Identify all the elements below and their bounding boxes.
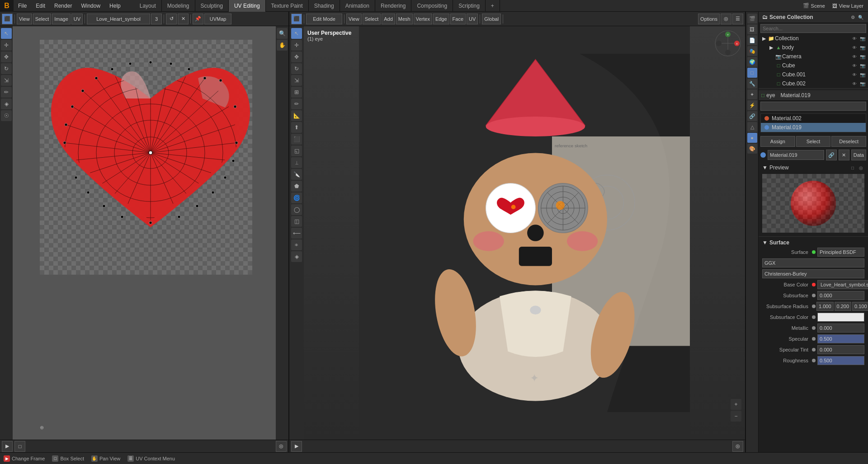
uv-select-btn[interactable]: Select <box>33 14 52 24</box>
cube001-render-icon[interactable]: 📷 <box>859 71 866 78</box>
outliner-search-input[interactable] <box>760 24 866 33</box>
props-object-icon[interactable]: □ <box>747 68 757 78</box>
vp-mesh-btn[interactable]: Mesh <box>396 14 413 24</box>
tool-select[interactable]: ↖ <box>1 28 12 39</box>
vp-tool-transform[interactable]: ⊞ <box>291 87 302 98</box>
tab-shading[interactable]: Shading <box>309 0 340 12</box>
vp-xray-btn[interactable]: ☰ <box>732 14 743 24</box>
assign-button[interactable]: Assign <box>760 136 795 147</box>
body-render-icon[interactable]: 📷 <box>859 44 866 51</box>
vp-tool-smooth[interactable]: ◯ <box>291 204 302 215</box>
tool-annotate[interactable]: ✏ <box>1 87 12 98</box>
uv-hand-btn[interactable]: ✋ <box>277 40 288 51</box>
uv-bottom-overlay[interactable]: ◎ <box>276 441 287 452</box>
props-material-icon[interactable]: ● <box>747 133 757 143</box>
tool-move[interactable]: ✥ <box>1 52 12 62</box>
props-render-icon[interactable]: 🎬 <box>747 14 757 23</box>
vp-vertex-btn[interactable]: Vertex <box>414 14 432 24</box>
menu-file[interactable]: File <box>14 0 31 12</box>
props-physics-icon[interactable]: ⚡ <box>747 100 757 110</box>
tool-rip[interactable]: ◈ <box>1 98 12 109</box>
menu-edit[interactable]: Edit <box>31 0 50 12</box>
vp-add-btn[interactable]: Add <box>382 14 395 24</box>
cube002-render-icon[interactable]: 📷 <box>859 80 866 87</box>
tree-item-body[interactable]: ▶ ▲ body 👁 📷 <box>759 43 868 52</box>
surface-type-value[interactable]: Principled BSDF <box>817 248 864 257</box>
uv-num-btn[interactable]: 3 <box>151 14 162 24</box>
uv-uv-btn[interactable]: UV <box>71 14 83 24</box>
vp-zoom-in[interactable]: + <box>731 399 741 410</box>
uv-image-picker[interactable]: Love_Heart_symbol <box>87 14 150 24</box>
deselect-material-button[interactable]: Deselect <box>831 136 866 147</box>
tree-item-camera[interactable]: 📷 Camera 👁 📷 <box>759 52 868 61</box>
tool-scale[interactable]: ⇲ <box>1 75 12 86</box>
tab-scripting[interactable]: Scripting <box>453 0 486 12</box>
vp-options-btn[interactable]: Options <box>698 14 720 24</box>
camera-render-icon[interactable]: 📷 <box>859 53 866 60</box>
uv-image-btn[interactable]: Image <box>52 14 71 24</box>
vp-zoom-out[interactable]: − <box>731 411 741 422</box>
menu-window[interactable]: Window <box>76 0 105 12</box>
tree-item-cube002[interactable]: □ Cube.002 👁 📷 <box>759 79 868 88</box>
props-view-layer-icon[interactable]: 📄 <box>747 35 757 45</box>
cube-render-icon[interactable]: 📷 <box>859 62 866 69</box>
distribution-value[interactable]: Christensen-Burley <box>762 269 864 278</box>
vp-bottom-btn1[interactable]: ▶ <box>291 441 302 452</box>
subsurface-b-value[interactable]: 0.100 <box>852 302 868 311</box>
vp-view-btn[interactable]: View <box>346 14 362 24</box>
vp-tool-select[interactable]: ↖ <box>291 28 302 39</box>
tab-uv-editing[interactable]: UV Editing <box>229 0 266 12</box>
props-modifier-icon[interactable]: 🔧 <box>747 79 757 89</box>
vp-tool-spin[interactable]: 🌀 <box>291 192 302 203</box>
subsurface-color-value[interactable] <box>817 313 864 322</box>
vp-tool-inset[interactable]: ⬛ <box>291 134 302 145</box>
vp-tool-rotate[interactable]: ↻ <box>291 63 302 74</box>
vp-bottom-overlay2[interactable]: ◎ <box>732 441 743 452</box>
props-data-icon[interactable]: △ <box>747 122 757 132</box>
subsurface-r-value[interactable]: 1.000 <box>816 302 834 311</box>
vp-tool-shear[interactable]: ⧧ <box>291 239 302 250</box>
tab-texture-paint[interactable]: Texture Paint <box>266 0 309 12</box>
outliner-search-icon[interactable]: 🔍 <box>857 14 864 21</box>
props-texture-icon[interactable]: 🎨 <box>747 144 757 154</box>
tool-rotate[interactable]: ↻ <box>1 63 12 74</box>
tree-item-cube001[interactable]: □ Cube.001 👁 📷 <box>759 70 868 79</box>
tab-modeling[interactable]: Modeling <box>162 0 195 12</box>
vp-overlay-btn[interactable]: ◎ <box>721 14 731 24</box>
vp-face-btn[interactable]: Face <box>450 14 466 24</box>
cube-eye-icon[interactable]: 👁 <box>851 62 858 69</box>
status-box-select[interactable]: □ Box Select <box>52 455 84 462</box>
tool-grab[interactable]: ☉ <box>1 110 12 121</box>
uv-bottom-mode[interactable]: ▶ <box>2 441 13 452</box>
vp-edge-btn[interactable]: Edge <box>433 14 449 24</box>
surface-header[interactable]: ▼ Surface <box>760 239 866 247</box>
vp-tool-annotate[interactable]: ✏ <box>291 98 302 109</box>
specular-tint-value[interactable]: 0.000 <box>817 345 864 354</box>
vp-uv-btn[interactable]: UV <box>467 14 478 24</box>
roughness-value[interactable]: 0.500 <box>817 356 864 365</box>
uv-uvmap-btn[interactable]: UVMap <box>204 14 231 24</box>
tab-sculpting[interactable]: Sculpting <box>195 0 229 12</box>
tree-item-cube[interactable]: □ Cube 👁 📷 <box>759 61 868 70</box>
subsurface-value[interactable]: 0.000 <box>817 291 864 300</box>
preview-icon1[interactable]: □ <box>849 164 856 171</box>
vp-tool-cursor[interactable]: ✛ <box>291 40 302 51</box>
vp-tool-loopcut[interactable]: ⟂ <box>291 157 302 168</box>
tab-layout[interactable]: Layout <box>134 0 162 12</box>
vp-editmode-btn[interactable]: Edit Mode <box>306 14 342 24</box>
select-material-button[interactable]: Select <box>796 136 831 147</box>
vp-tool-extrude[interactable]: ⬆ <box>291 122 302 133</box>
camera-eye-icon[interactable]: 👁 <box>851 53 858 60</box>
body-eye-icon[interactable]: 👁 <box>851 44 858 51</box>
preview-header[interactable]: ▼ Preview □ ◎ <box>760 163 866 172</box>
vp-tool-move[interactable]: ✥ <box>291 52 302 62</box>
cube002-eye-icon[interactable]: 👁 <box>851 80 858 87</box>
props-output-icon[interactable]: 🖼 <box>747 24 757 34</box>
uv-mode-btn[interactable]: ⬛ <box>2 14 13 24</box>
uv-bottom-select[interactable]: □ <box>14 441 25 452</box>
mat-x-btn[interactable]: ✕ <box>839 150 849 160</box>
cube001-eye-icon[interactable]: 👁 <box>851 71 858 78</box>
status-uv-context[interactable]: ☰ UV Context Menu <box>127 455 175 462</box>
vp-tool-shrink[interactable]: ⟵ <box>291 228 302 239</box>
mat-data-btn[interactable]: Data <box>851 150 866 160</box>
